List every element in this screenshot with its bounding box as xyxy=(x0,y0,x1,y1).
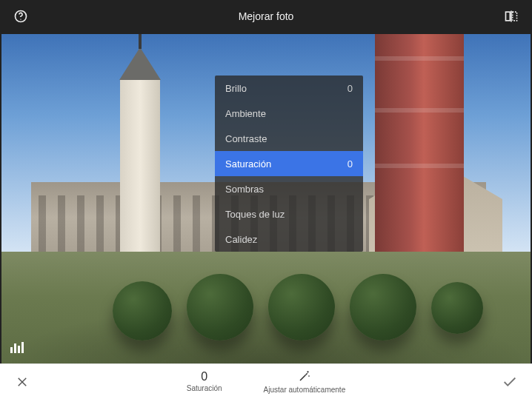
adjustment-item[interactable]: Toques de luz xyxy=(215,201,363,227)
adjustment-label: Brillo xyxy=(225,83,247,94)
adjustment-label: Contraste xyxy=(225,133,267,144)
adjustment-value: 0 xyxy=(348,158,353,170)
adjustment-value: 0 xyxy=(348,83,353,94)
svg-rect-8 xyxy=(21,342,24,353)
auto-adjust-button[interactable]: Ajustar automáticamente xyxy=(264,369,346,394)
svg-rect-6 xyxy=(14,343,16,353)
svg-rect-3 xyxy=(513,12,517,21)
adjustments-popover: Brillo0AmbienteContrasteSaturación0Sombr… xyxy=(215,76,363,252)
svg-rect-5 xyxy=(10,347,13,353)
close-button[interactable] xyxy=(13,373,31,391)
apply-button[interactable] xyxy=(501,373,519,391)
current-adjustment-readout[interactable]: 0 Saturación xyxy=(187,371,222,392)
help-icon[interactable] xyxy=(12,7,30,25)
adjustment-item[interactable]: Saturación0 xyxy=(215,151,363,176)
svg-rect-7 xyxy=(18,346,20,353)
photo-viewport[interactable]: Brillo0AmbienteContrasteSaturación0Sombr… xyxy=(0,33,532,363)
svg-rect-2 xyxy=(506,12,511,21)
adjustment-label: Sombras xyxy=(225,184,264,195)
adjustment-label: Toques de luz xyxy=(225,209,285,220)
current-label: Saturación xyxy=(187,384,222,392)
top-bar: Mejorar foto xyxy=(0,0,532,33)
bottom-bar: 0 Saturación Ajustar automáticamente xyxy=(0,363,532,399)
histogram-icon[interactable] xyxy=(10,341,25,356)
adjustment-item[interactable]: Sombras xyxy=(215,176,363,201)
app-root: Mejorar foto Brillo0AmbienteContrasteSat… xyxy=(0,0,532,399)
bottom-center: 0 Saturación Ajustar automáticamente xyxy=(0,369,532,394)
current-value: 0 xyxy=(201,371,207,383)
compare-icon[interactable] xyxy=(502,7,520,25)
adjustment-item[interactable]: Brillo0 xyxy=(215,76,363,101)
adjustment-item[interactable]: Calidez xyxy=(215,227,363,252)
svg-point-1 xyxy=(20,19,21,20)
adjustment-label: Saturación xyxy=(225,158,271,170)
page-title: Mejorar foto xyxy=(0,10,532,22)
adjustment-item[interactable]: Contraste xyxy=(215,126,363,151)
magic-wand-icon xyxy=(298,369,311,384)
adjustment-item[interactable]: Ambiente xyxy=(215,101,363,126)
adjustment-label: Calidez xyxy=(225,234,257,245)
auto-adjust-label: Ajustar automáticamente xyxy=(264,386,346,394)
adjustment-label: Ambiente xyxy=(225,108,266,119)
